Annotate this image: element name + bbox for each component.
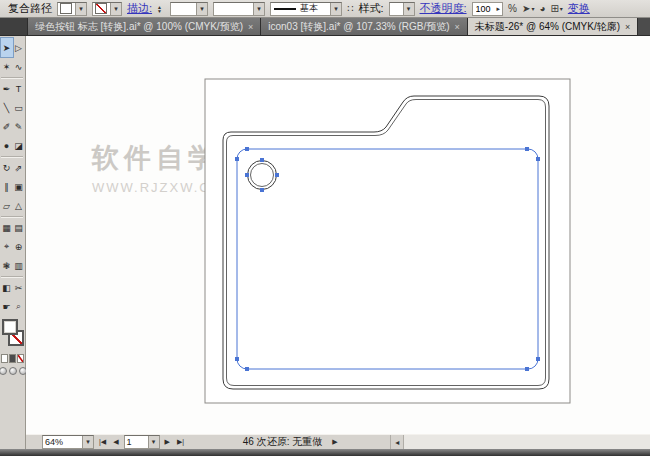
- scale-tool[interactable]: ⇗: [13, 158, 25, 177]
- tab-label: 未标题-26* @ 64% (CMYK/轮廓): [475, 20, 620, 34]
- eraser-tool[interactable]: ◪: [13, 136, 25, 155]
- mesh-tool[interactable]: ▦: [1, 218, 13, 237]
- pencil-tool[interactable]: ✎: [13, 117, 25, 136]
- scroll-left-icon[interactable]: ◂: [391, 435, 404, 449]
- symbol-sprayer-tool[interactable]: ❃: [1, 256, 13, 275]
- tab-strip-spacer: [0, 18, 28, 35]
- zoom-level-dropdown[interactable]: 64%: [42, 435, 94, 449]
- last-artboard-button[interactable]: ▶|: [175, 438, 186, 446]
- align-options-button[interactable]: ⊞▾: [550, 3, 562, 14]
- gradient-mode-button[interactable]: [9, 354, 16, 363]
- anchor-point[interactable]: [525, 147, 529, 151]
- tool-group-divider: [1, 276, 23, 277]
- document-tab-3[interactable]: 未标题-26* @ 64% (CMYK/轮廓)×: [468, 18, 638, 35]
- recolor-artwork-button[interactable]: ◕: [539, 3, 545, 14]
- stroke-weight-dropdown[interactable]: [170, 2, 208, 16]
- chevron-down-icon: [403, 3, 414, 15]
- prev-artboard-button[interactable]: ◀: [111, 438, 120, 446]
- width-tool[interactable]: ∥: [1, 177, 13, 196]
- anchor-point[interactable]: [260, 158, 264, 162]
- selection-tool[interactable]: ➤: [1, 38, 13, 57]
- stroke-style-dropdown[interactable]: 基本: [270, 2, 342, 16]
- status-bar: 64% |◀ ◀ 1 ▶ ▶| 46 次还原: 无重做 ▶ ◂: [26, 434, 650, 449]
- rotate-tool[interactable]: ↻: [1, 158, 13, 177]
- stroke-weight-stepper[interactable]: ▲▼: [157, 5, 165, 13]
- fill-color-dropdown[interactable]: [57, 2, 87, 16]
- tool-group-divider: [1, 216, 23, 217]
- shape-builder-tool[interactable]: ▱: [1, 196, 13, 215]
- anchor-point[interactable]: [235, 157, 239, 161]
- tool-group-divider: [1, 77, 23, 78]
- control-bar: 复合路径 描边: ▲▼ 基本 ∷ 样式: 不透明度: ▸ % ➤▾ ◕ ⊞▾ 变…: [0, 0, 650, 18]
- brush-definition-dropdown[interactable]: [213, 2, 265, 16]
- fill-swatch-icon: [60, 3, 72, 14]
- stroke-none-icon: [95, 3, 107, 14]
- next-artboard-button[interactable]: ▶: [163, 438, 172, 446]
- rectangle-tool[interactable]: ▭: [13, 98, 25, 117]
- pen-tool[interactable]: ✒: [1, 79, 13, 98]
- eyedropper-tool[interactable]: ⌖: [1, 237, 13, 256]
- style-label: 样式:: [358, 1, 383, 16]
- transform-link[interactable]: 变换: [568, 1, 590, 16]
- first-artboard-button[interactable]: |◀: [97, 438, 108, 446]
- column-graph-tool[interactable]: ▥: [13, 256, 25, 275]
- magic-wand-tool[interactable]: ✶: [1, 57, 13, 76]
- artboard-number-value: 1: [127, 437, 132, 447]
- anchor-point[interactable]: [245, 173, 249, 177]
- anchor-point[interactable]: [245, 367, 249, 371]
- document-tab-2[interactable]: icon03 [转换].ai* @ 107.33% (RGB/预览)×: [261, 18, 468, 35]
- stroke-panel-link[interactable]: 描边:: [127, 1, 152, 16]
- chevron-down-icon: [82, 436, 93, 448]
- screen-mode-menu-button[interactable]: [9, 367, 17, 375]
- line-segment-tool[interactable]: ╲: [1, 98, 13, 117]
- direct-selection-tool[interactable]: ▷: [13, 38, 25, 57]
- close-icon[interactable]: ×: [248, 22, 253, 32]
- zoom-tool[interactable]: ⌕: [13, 297, 25, 316]
- artwork-scene: [26, 36, 650, 434]
- free-transform-tool[interactable]: ▣: [13, 177, 25, 196]
- gradient-tool[interactable]: ▤: [13, 218, 25, 237]
- blend-tool[interactable]: ⊕: [13, 237, 25, 256]
- spinner-icon[interactable]: ▸: [496, 5, 502, 13]
- artboard-number-dropdown[interactable]: 1: [124, 435, 160, 449]
- document-canvas[interactable]: 软件自学网 WWW.RJZXW.COM: [26, 36, 650, 434]
- tool-group-divider: [1, 156, 23, 157]
- status-menu-button[interactable]: ▶: [330, 438, 339, 446]
- anchor-point[interactable]: [525, 367, 529, 371]
- slice-tool[interactable]: ✂: [13, 278, 25, 297]
- artboard-tool[interactable]: ◧: [1, 278, 13, 297]
- anchor-point[interactable]: [260, 188, 264, 192]
- select-similar-icon: ➤: [522, 3, 530, 14]
- width-profile-icon[interactable]: ∷: [347, 3, 353, 14]
- none-mode-button[interactable]: [17, 354, 24, 363]
- paintbrush-tool[interactable]: ✐: [1, 117, 13, 136]
- anchor-point[interactable]: [536, 357, 540, 361]
- document-tab-1[interactable]: 绿色按钮 标志 [转换].ai* @ 100% (CMYK/预览)×: [28, 18, 261, 35]
- close-icon[interactable]: ×: [625, 22, 630, 32]
- graphic-style-dropdown[interactable]: [389, 2, 415, 16]
- undo-status-text: 46 次还原: 无重做: [243, 435, 322, 449]
- blob-brush-tool[interactable]: ●: [1, 136, 13, 155]
- anchor-point[interactable]: [245, 147, 249, 151]
- chevron-down-icon: [148, 436, 159, 448]
- hand-tool[interactable]: ☛: [1, 297, 13, 316]
- opacity-link[interactable]: 不透明度:: [420, 1, 467, 16]
- screen-mode-row: [0, 367, 27, 375]
- select-similar-button[interactable]: ➤▾: [522, 3, 534, 14]
- type-tool[interactable]: T: [13, 79, 25, 98]
- anchor-point[interactable]: [235, 357, 239, 361]
- close-icon[interactable]: ×: [455, 22, 460, 32]
- paint-mode-row: [1, 354, 24, 363]
- opacity-control: ▸: [472, 2, 504, 16]
- tab-label: 绿色按钮 标志 [转换].ai* @ 100% (CMYK/预览): [35, 20, 243, 34]
- stroke-color-dropdown[interactable]: [92, 2, 122, 16]
- opacity-input[interactable]: [476, 4, 496, 14]
- perspective-grid-tool[interactable]: △: [13, 196, 25, 215]
- lasso-tool[interactable]: ∿: [13, 57, 25, 76]
- color-mode-button[interactable]: [1, 354, 8, 363]
- anchor-point[interactable]: [275, 173, 279, 177]
- fill-color-well[interactable]: [2, 319, 18, 335]
- horizontal-scrollbar[interactable]: ◂: [390, 435, 650, 449]
- anchor-point[interactable]: [536, 157, 540, 161]
- screen-mode-normal-button[interactable]: [0, 367, 7, 375]
